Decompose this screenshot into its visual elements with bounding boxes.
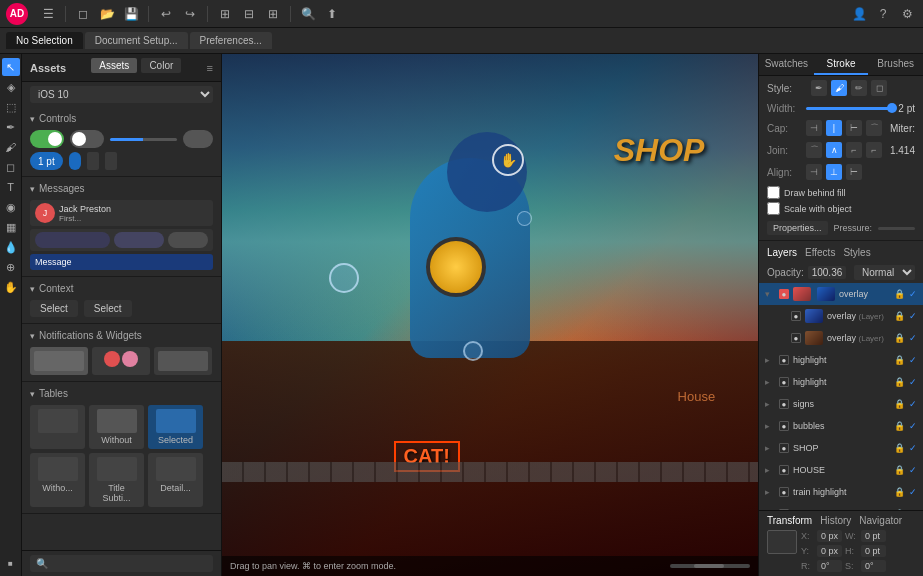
blend-mode-select[interactable]: Normal <box>854 265 915 280</box>
layers-tab[interactable]: Layers <box>767 247 797 258</box>
file-menu-icon[interactable]: ☰ <box>38 4 58 24</box>
layer-lock-9[interactable]: 🔒 <box>894 465 905 475</box>
layer-vis-5[interactable]: ● <box>779 377 789 387</box>
layer-lock-5[interactable]: 🔒 <box>894 377 905 387</box>
transform-icon[interactable]: ⊞ <box>215 4 235 24</box>
layer-check-6[interactable]: ✓ <box>909 399 917 409</box>
context-select-btn-2[interactable]: Select <box>84 300 132 317</box>
layer-item-shop[interactable]: ▸ ● SHOP 🔒 ✓ <box>759 437 923 459</box>
fill-tool[interactable]: ◉ <box>2 198 20 216</box>
redo-icon[interactable]: ↪ <box>180 4 200 24</box>
grid-icon[interactable]: ⊞ <box>263 4 283 24</box>
text-tool[interactable]: T <box>2 178 20 196</box>
draw-behind-checkbox[interactable] <box>767 186 780 199</box>
toggle-1[interactable] <box>30 130 64 148</box>
message-bubble-2[interactable] <box>35 232 110 248</box>
layer-check-2[interactable]: ✓ <box>909 311 917 321</box>
h-value[interactable]: 0 pt <box>861 545 886 557</box>
tab-preferences[interactable]: Preferences... <box>190 32 272 49</box>
table-item-6[interactable]: Detail... <box>148 453 203 507</box>
style-pen-btn[interactable]: ✒ <box>811 80 827 96</box>
pressure-slider[interactable] <box>878 227 915 230</box>
notif-item-2[interactable] <box>92 347 150 375</box>
tab-stroke[interactable]: Stroke <box>814 54 869 75</box>
layer-vis-6[interactable]: ● <box>779 399 789 409</box>
ios-version-select[interactable]: iOS 10 <box>30 86 213 103</box>
layer-item-house-2[interactable]: ▸ ● house 🔒 ✓ <box>759 503 923 510</box>
pill-control-1[interactable]: 1 pt <box>30 152 63 170</box>
properties-btn[interactable]: Properties... <box>767 221 828 235</box>
x-value[interactable]: 0 px <box>817 530 842 542</box>
open-file-icon[interactable]: 📂 <box>97 4 117 24</box>
layer-item-overlay-group[interactable]: ▾ ● overlay 🔒 ✓ <box>759 283 923 305</box>
s-value[interactable]: 0° <box>861 560 886 572</box>
layer-lock-3[interactable]: 🔒 <box>894 333 905 343</box>
layer-expand-8[interactable]: ▸ <box>765 443 775 453</box>
layer-vis-8[interactable]: ● <box>779 443 789 453</box>
scroll-bar[interactable] <box>670 564 750 568</box>
color-fill-indicator[interactable]: ■ <box>2 554 20 572</box>
layer-lock-7[interactable]: 🔒 <box>894 421 905 431</box>
message-bubble-3[interactable] <box>114 232 164 248</box>
message-item-blue[interactable]: Message <box>30 254 213 270</box>
undo-icon[interactable]: ↩ <box>156 4 176 24</box>
crop-tool[interactable]: ⬚ <box>2 98 20 116</box>
search-input[interactable] <box>30 555 213 572</box>
layer-lock-1[interactable]: 🔒 <box>894 289 905 299</box>
table-item-5[interactable]: Title Subti... <box>89 453 144 507</box>
assets-tab-assets[interactable]: Assets <box>91 58 137 73</box>
tab-swatches[interactable]: Swatches <box>759 54 814 75</box>
cap-btn-1[interactable]: ⊣ <box>806 120 822 136</box>
layer-item-highlight-2[interactable]: ▸ ● highlight 🔒 ✓ <box>759 371 923 393</box>
layer-check-1[interactable]: ✓ <box>909 289 917 299</box>
table-item-1[interactable] <box>30 405 85 449</box>
align-btn-2[interactable]: ⊥ <box>826 164 842 180</box>
canvas-area[interactable]: SHOP CAT! House ✋ Drag to pan view. ⌘ to… <box>222 54 758 576</box>
layer-item-train-highlight[interactable]: ▸ ● train highlight 🔒 ✓ <box>759 481 923 503</box>
message-bubble-4[interactable] <box>168 232 208 248</box>
context-select-btn-1[interactable]: Select <box>30 300 78 317</box>
w-value[interactable]: 0 pt <box>861 530 886 542</box>
layer-check-3[interactable]: ✓ <box>909 333 917 343</box>
layer-vis-1[interactable]: ● <box>779 289 789 299</box>
layer-check-5[interactable]: ✓ <box>909 377 917 387</box>
style-eraser-btn[interactable]: ◻ <box>871 80 887 96</box>
zoom-tool[interactable]: ⊕ <box>2 258 20 276</box>
layer-item-house[interactable]: ▸ ● HOUSE 🔒 ✓ <box>759 459 923 481</box>
brush-tool[interactable]: 🖌 <box>2 138 20 156</box>
layer-item-overlay-1[interactable]: ● overlay (Layer) 🔒 ✓ <box>759 305 923 327</box>
help-icon[interactable]: ? <box>873 4 893 24</box>
layer-check-9[interactable]: ✓ <box>909 465 917 475</box>
tab-document-setup[interactable]: Document Setup... <box>85 32 188 49</box>
shape-tool[interactable]: ◻ <box>2 158 20 176</box>
layer-vis-7[interactable]: ● <box>779 421 789 431</box>
assets-options-icon[interactable]: ≡ <box>207 62 213 74</box>
layer-vis-9[interactable]: ● <box>779 465 789 475</box>
rect-control-1[interactable] <box>69 152 81 170</box>
gradient-tool[interactable]: ▦ <box>2 218 20 236</box>
layer-expand-icon[interactable]: ▾ <box>765 289 775 299</box>
style-pencil-btn[interactable]: ✏ <box>851 80 867 96</box>
save-file-icon[interactable]: 💾 <box>121 4 141 24</box>
layer-check-4[interactable]: ✓ <box>909 355 917 365</box>
layer-expand-6[interactable]: ▸ <box>765 399 775 409</box>
layer-vis-3[interactable]: ● <box>791 333 801 343</box>
rect-control-2[interactable] <box>87 152 99 170</box>
message-item-1[interactable]: J Jack Preston First... <box>30 200 213 226</box>
zoom-in-icon[interactable]: 🔍 <box>298 4 318 24</box>
r-value[interactable]: 0° <box>817 560 842 572</box>
cap-btn-4[interactable]: ⌒ <box>866 120 882 136</box>
join-btn-4[interactable]: ⌐ <box>866 142 882 158</box>
assets-tab-color[interactable]: Color <box>141 58 181 73</box>
y-value[interactable]: 0 px <box>817 545 842 557</box>
styles-tab[interactable]: Styles <box>843 247 870 258</box>
layer-check-7[interactable]: ✓ <box>909 421 917 431</box>
layer-check-10[interactable]: ✓ <box>909 487 917 497</box>
layer-vis-4[interactable]: ● <box>779 355 789 365</box>
layer-item-signs[interactable]: ▸ ● signs 🔒 ✓ <box>759 393 923 415</box>
style-brush-btn[interactable]: 🖌 <box>831 80 847 96</box>
layer-expand-10[interactable]: ▸ <box>765 487 775 497</box>
layer-lock-2[interactable]: 🔒 <box>894 311 905 321</box>
layer-expand-4[interactable]: ▸ <box>765 355 775 365</box>
layer-vis-10[interactable]: ● <box>779 487 789 497</box>
